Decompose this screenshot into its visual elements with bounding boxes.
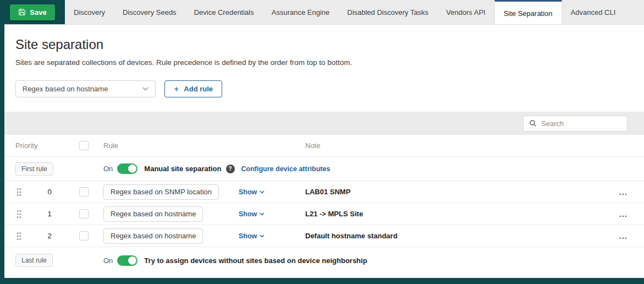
- left-brand-strip: [0, 0, 4, 284]
- tab-disabled-discovery-tasks[interactable]: Disabled Discovery Tasks: [338, 0, 437, 24]
- tab-site-separation[interactable]: Site Separation: [494, 0, 562, 24]
- priority-value: 1: [47, 210, 51, 218]
- table-row: 2 Regex based on hostname Show Default h…: [0, 225, 644, 247]
- bottom-brand-strip: [0, 278, 644, 284]
- rule-type-select[interactable]: Regex based on hostname: [15, 80, 156, 97]
- chevron-down-icon: [260, 212, 265, 216]
- neighborship-assign-toggle[interactable]: [117, 255, 137, 266]
- toggle-knob: [128, 256, 136, 265]
- save-button[interactable]: Save: [10, 4, 54, 20]
- rule-note: L21 -> MPLS Site: [305, 210, 604, 218]
- last-rule-title: Try to assign devices without sites base…: [144, 256, 367, 265]
- help-icon[interactable]: ?: [226, 165, 235, 173]
- search-box[interactable]: [523, 116, 628, 132]
- rule-note: Default hostname standard: [305, 232, 604, 240]
- first-rule-content: On Manual site separation ? Configure de…: [103, 163, 330, 174]
- row-menu-ellipsis[interactable]: ...: [619, 187, 635, 196]
- show-link-label: Show: [239, 232, 257, 240]
- chevron-down-icon: [260, 234, 265, 238]
- page-intro: Site separation Sites are separated coll…: [0, 25, 644, 97]
- top-bar: Save Discovery Discovery Seeds Device Cr…: [0, 0, 644, 25]
- note-column-header: Note: [305, 141, 604, 150]
- show-link[interactable]: Show: [239, 210, 265, 218]
- chevron-down-icon: [260, 190, 265, 194]
- rule-note: LAB01 SNMP: [305, 188, 604, 196]
- tab-discovery[interactable]: Discovery: [65, 0, 114, 24]
- show-link-label: Show: [239, 210, 257, 218]
- rules-table: Priority Rule Note First rule On Manual …: [0, 135, 644, 274]
- show-link[interactable]: Show: [239, 188, 265, 196]
- tab-assurance-engine[interactable]: Assurance Engine: [263, 0, 339, 24]
- row-menu-ellipsis[interactable]: ...: [619, 209, 635, 219]
- last-rule-content: On Try to assign devices without sites b…: [103, 255, 367, 266]
- priority-value: 0: [47, 188, 51, 196]
- add-rule-label: Add rule: [184, 85, 213, 93]
- rule-type-select-value: Regex based on hostname: [23, 85, 108, 93]
- rule-column-header: Rule: [97, 141, 239, 150]
- select-all-checkbox[interactable]: [79, 141, 89, 150]
- table-header-row: Priority Rule Note: [0, 135, 644, 157]
- table-row: 0 Regex based on SNMP location Show LAB0…: [0, 181, 644, 203]
- tab-bar: Discovery Discovery Seeds Device Credent…: [65, 0, 644, 24]
- toggle-state-label: On: [103, 256, 113, 265]
- first-rule-row: First rule On Manual site separation ? C…: [0, 157, 644, 181]
- rule-chip-button[interactable]: Regex based on SNMP location: [103, 184, 219, 200]
- toolbar: Regex based on hostname + Add rule: [15, 80, 629, 97]
- drag-handle-icon[interactable]: [15, 232, 21, 241]
- row-checkbox[interactable]: [79, 187, 89, 196]
- table-row: 1 Regex based on hostname Show L21 -> MP…: [0, 203, 644, 225]
- floppy-save-icon: [18, 8, 26, 16]
- tab-advanced-cli[interactable]: Advanced CLI: [562, 0, 625, 24]
- chevron-down-icon: [142, 87, 148, 91]
- add-rule-button[interactable]: + Add rule: [164, 80, 222, 97]
- search-icon: [529, 119, 537, 127]
- show-link[interactable]: Show: [239, 232, 265, 240]
- rule-chip-button[interactable]: Regex based on hostname: [103, 228, 203, 244]
- tab-discovery-seeds[interactable]: Discovery Seeds: [114, 0, 185, 24]
- show-link-label: Show: [239, 188, 257, 196]
- last-rule-badge: Last rule: [15, 254, 53, 267]
- last-rule-row: Last rule On Try to assign devices witho…: [0, 247, 644, 274]
- page-subtitle: Sites are separated collections of devic…: [15, 58, 629, 67]
- priority-value: 2: [47, 232, 51, 240]
- search-band: [0, 112, 644, 135]
- configure-device-attributes-link[interactable]: Configure device attributes: [241, 165, 331, 173]
- page-title: Site separation: [15, 37, 629, 52]
- first-rule-title: Manual site separation: [144, 165, 221, 173]
- save-button-label: Save: [30, 8, 46, 17]
- toggle-knob: [128, 165, 136, 173]
- manual-site-separation-toggle[interactable]: [117, 163, 137, 174]
- plus-icon: +: [174, 85, 179, 94]
- row-checkbox[interactable]: [79, 209, 89, 219]
- priority-column-header: Priority: [15, 141, 70, 150]
- row-checkbox[interactable]: [79, 231, 89, 241]
- search-input[interactable]: [541, 119, 621, 128]
- drag-handle-icon[interactable]: [15, 210, 21, 219]
- brand-block: Save: [0, 0, 65, 24]
- rule-chip-button[interactable]: Regex based on hostname: [103, 206, 203, 222]
- tab-vendors-api[interactable]: Vendors API: [437, 0, 494, 24]
- tab-device-credentials[interactable]: Device Credentials: [185, 0, 263, 24]
- row-menu-ellipsis[interactable]: ...: [619, 231, 635, 241]
- toggle-state-label: On: [103, 165, 113, 173]
- first-rule-badge: First rule: [15, 162, 53, 176]
- drag-handle-icon[interactable]: [15, 188, 21, 196]
